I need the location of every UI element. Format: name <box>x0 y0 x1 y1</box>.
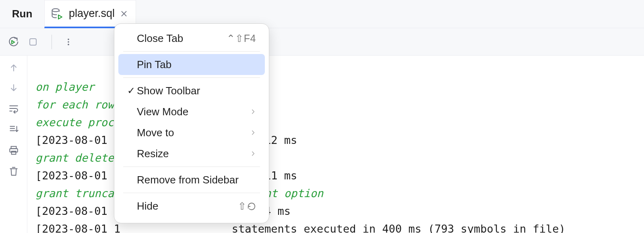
stop-icon[interactable] <box>28 37 38 47</box>
chevron-right-icon <box>250 130 256 135</box>
menu-hide[interactable]: Hide ⇧ <box>118 196 265 216</box>
soft-wrap-icon[interactable] <box>8 103 19 114</box>
menu-item-label: Pin Tab <box>137 58 256 71</box>
left-sidebar <box>0 56 27 233</box>
tab-context-menu: Close Tab ⌃⇧F4 Pin Tab ✓ Show Toolbar Vi… <box>114 23 269 223</box>
menu-separator <box>123 193 260 193</box>
svg-point-4 <box>68 44 69 45</box>
rerun-icon[interactable] <box>7 36 19 48</box>
menu-separator <box>123 166 260 167</box>
arrow-up-icon[interactable] <box>9 63 19 73</box>
scroll-to-end-icon[interactable] <box>8 124 19 135</box>
trash-icon[interactable] <box>8 166 19 177</box>
svg-point-2 <box>68 38 69 40</box>
console-line: for each row <box>35 98 114 111</box>
menu-move-to[interactable]: Move to <box>118 122 265 143</box>
menu-pin-tab[interactable]: Pin Tab <box>118 54 265 75</box>
header-bar: Run player.sql <box>0 0 644 28</box>
menu-item-label: Remove from Sidebar <box>137 174 256 186</box>
menu-shortcut: ⌃⇧F4 <box>227 33 256 44</box>
svg-rect-1 <box>30 39 36 45</box>
menu-show-toolbar[interactable]: ✓ Show Toolbar <box>118 80 265 101</box>
svg-point-3 <box>68 41 69 43</box>
database-run-icon <box>51 8 63 20</box>
main-row: on player for each row execute proce [20… <box>0 56 644 233</box>
menu-item-label: Show Toolbar <box>137 85 256 97</box>
run-panel-label: Run <box>0 0 44 28</box>
shortcut-text: ⇧ <box>238 200 247 212</box>
console-line: [2023-08-01 1 statements executed in 400… <box>35 223 566 233</box>
toolbar-divider <box>52 35 52 49</box>
check-icon: ✓ <box>126 85 137 96</box>
svg-point-0 <box>52 8 60 12</box>
menu-item-label: Resize <box>137 148 250 160</box>
menu-item-label: Hide <box>137 200 238 212</box>
menu-item-label: Move to <box>137 127 250 139</box>
menu-close-tab[interactable]: Close Tab ⌃⇧F4 <box>118 28 265 49</box>
tab-label: player.sql <box>69 7 115 20</box>
menu-resize[interactable]: Resize <box>118 143 265 164</box>
more-vertical-icon[interactable] <box>64 37 73 47</box>
print-icon[interactable] <box>8 145 19 156</box>
menu-separator <box>123 77 260 78</box>
console-line: execute proce <box>35 116 120 129</box>
console-line: on player <box>35 81 94 93</box>
close-icon[interactable] <box>120 10 128 17</box>
menu-item-label: Close Tab <box>137 32 227 45</box>
console-toolbar <box>0 28 644 56</box>
chevron-right-icon <box>250 109 256 114</box>
menu-item-label: View Mode <box>137 106 250 118</box>
svg-rect-7 <box>11 151 16 154</box>
chevron-right-icon <box>250 151 256 156</box>
menu-separator <box>123 51 260 52</box>
menu-view-mode[interactable]: View Mode <box>118 101 265 122</box>
menu-shortcut: ⇧ <box>238 200 256 212</box>
menu-remove-sidebar[interactable]: Remove from Sidebar <box>118 169 265 190</box>
arrow-down-icon[interactable] <box>9 83 19 93</box>
